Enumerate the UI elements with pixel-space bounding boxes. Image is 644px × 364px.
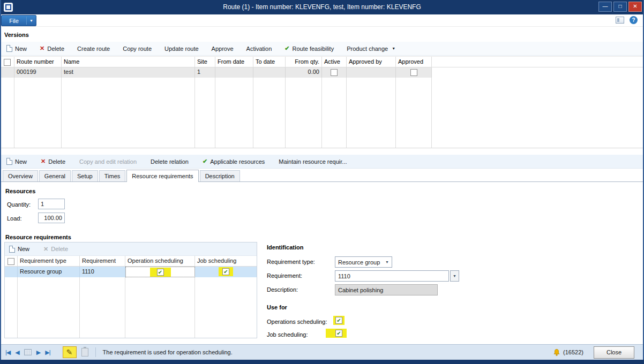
col-approved-by[interactable]: Approved by [347, 57, 396, 67]
identification-heading: Identification [267, 244, 303, 251]
route-feasibility-button[interactable]: ✔ Route feasibility [284, 45, 334, 52]
tab-resource-requirements[interactable]: Resource requirements [126, 170, 198, 182]
notification-bell-icon[interactable] [553, 348, 560, 357]
versions-heading: Versions [4, 32, 29, 38]
select-all-requirements-checkbox[interactable] [8, 258, 14, 265]
col-site[interactable]: Site [195, 57, 215, 67]
product-change-label: Product change [347, 46, 388, 52]
operations-scheduling-field: ✔ [333, 316, 345, 325]
load-input[interactable]: 100.00 [38, 213, 65, 223]
requirement-value: 1110 [338, 273, 350, 279]
job-scheduling-checkbox[interactable]: ✔ [222, 268, 229, 275]
quantity-input[interactable]: 1 [38, 199, 65, 209]
new-relation-label: New [15, 158, 27, 165]
activation-button[interactable]: Activation [246, 46, 272, 52]
cell-requirement-type[interactable]: Resource group [18, 267, 80, 277]
operations-scheduling-checkbox[interactable]: ✔ [335, 317, 342, 324]
grid-empty-area [396, 78, 432, 148]
cell-job-scheduling[interactable]: ✔ [195, 267, 257, 277]
file-menu-label: File [2, 18, 26, 24]
requirement-row-select-cell[interactable] [5, 267, 18, 277]
file-menu-button[interactable]: File ▼ [1, 15, 36, 26]
tab-times[interactable]: Times [99, 170, 126, 181]
cell-to-date[interactable] [253, 67, 286, 78]
close-window-button[interactable]: ✕ [628, 2, 642, 12]
titlebar: Route (1) - Item number: KLEVENFG, test,… [0, 0, 644, 14]
col-active[interactable]: Active [322, 57, 347, 67]
previous-record-icon[interactable]: ◀ [15, 349, 19, 356]
col-name[interactable]: Name [62, 57, 195, 67]
cell-operation-scheduling[interactable]: ✔ [125, 267, 195, 277]
copy-route-button[interactable]: Copy route [123, 46, 152, 52]
cell-from-qty[interactable]: 0.00 [286, 67, 322, 78]
col-requirement[interactable]: Requirement [80, 256, 125, 267]
maintain-resource-requirements-button[interactable]: Maintain resource requir... [279, 158, 347, 165]
col-requirement-type[interactable]: Requirement type [18, 256, 80, 267]
tab-general[interactable]: General [39, 170, 71, 181]
delete-relation-button[interactable]: Delete relation [151, 158, 189, 165]
next-record-icon[interactable]: ▶ [36, 349, 40, 356]
grid-empty-area [62, 78, 195, 148]
col-job-scheduling[interactable]: Job scheduling [195, 256, 257, 267]
tab-description[interactable]: Description [200, 170, 240, 181]
new-route-label: New [15, 46, 27, 52]
app-icon-glyph [5, 4, 11, 10]
delete-route-label: Delete [47, 46, 64, 52]
new-route-button[interactable]: New [6, 45, 27, 52]
cell-approved-by[interactable] [347, 67, 396, 78]
new-relation-button[interactable]: New [6, 158, 27, 165]
layout-icon[interactable] [616, 17, 624, 24]
cell-site[interactable]: 1 [195, 67, 215, 78]
operation-scheduling-checkbox[interactable]: ✔ [157, 269, 164, 276]
grid-empty-area [18, 277, 80, 338]
grid-empty-area [347, 78, 396, 148]
create-route-button[interactable]: Create route [77, 46, 110, 52]
create-route-label: Create route [77, 46, 110, 52]
col-route-number[interactable]: Route number [14, 57, 62, 67]
help-icon[interactable]: ? [630, 16, 638, 24]
approved-checkbox[interactable] [410, 69, 417, 76]
grid-view-icon[interactable] [24, 349, 32, 355]
row-select-cell[interactable] [0, 67, 14, 78]
versions-grid: Route number Name Site From date To date… [0, 56, 644, 148]
approve-button[interactable]: Approve [212, 46, 234, 52]
col-operation-scheduling[interactable]: Operation scheduling [125, 256, 195, 267]
cell-approved[interactable] [396, 67, 432, 78]
cell-route-number[interactable]: 000199 [14, 67, 62, 78]
col-from-date[interactable]: From date [215, 57, 253, 67]
new-requirement-button[interactable]: New [9, 246, 29, 253]
requirement-type-combobox[interactable]: Resource group ▼ [335, 256, 392, 268]
close-button[interactable]: Close [594, 346, 634, 359]
applicable-resources-button[interactable]: ✔ Applicable resources [203, 158, 265, 165]
cell-from-date[interactable] [215, 67, 253, 78]
delete-route-button[interactable]: ✕ Delete [40, 45, 64, 52]
tab-setup[interactable]: Setup [72, 170, 98, 181]
resources-heading: Resources [5, 188, 35, 194]
requirement-input[interactable]: 1110 [335, 270, 449, 282]
select-all-checkbox[interactable] [4, 59, 11, 66]
grid-empty-area [215, 78, 253, 148]
highlight-marker: ✔ [219, 267, 233, 276]
last-record-icon[interactable]: ▶| [45, 349, 50, 356]
grid-empty-area [14, 78, 62, 148]
chevron-down-icon: ▼ [26, 17, 36, 25]
grid-empty-area [432, 78, 644, 148]
requirement-lookup-button[interactable]: ▼ [450, 270, 459, 282]
cell-requirement[interactable]: 1110 [80, 267, 125, 277]
maximize-button[interactable]: □ [613, 2, 627, 12]
minimize-button[interactable]: — [598, 2, 612, 12]
col-to-date[interactable]: To date [253, 57, 286, 67]
notification-count[interactable]: (16522) [563, 349, 583, 355]
delete-relation-row-button[interactable]: ✕ Delete [41, 158, 65, 165]
cell-active[interactable] [322, 67, 347, 78]
col-from-qty[interactable]: From qty. [286, 57, 322, 67]
job-scheduling-use-checkbox[interactable]: ✔ [335, 330, 342, 337]
cell-name[interactable]: test [62, 67, 195, 78]
update-route-button[interactable]: Update route [164, 46, 199, 52]
active-checkbox[interactable] [331, 69, 338, 76]
first-record-icon[interactable]: |◀ [5, 349, 10, 356]
col-approved[interactable]: Approved [396, 57, 432, 67]
product-change-button[interactable]: Product change ▼ [347, 46, 395, 52]
edit-record-button[interactable]: ✎ [63, 346, 77, 358]
tab-overview[interactable]: Overview [3, 170, 38, 181]
